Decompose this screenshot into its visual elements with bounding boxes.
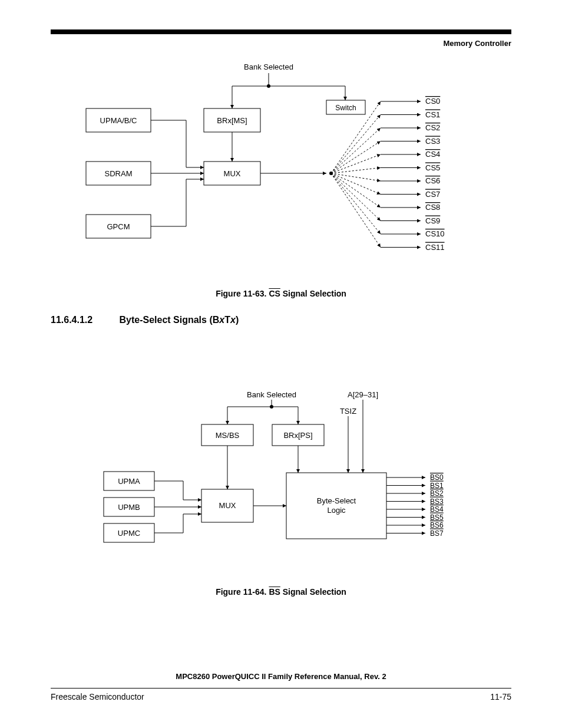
bank-selected-label: Bank Selected bbox=[244, 62, 293, 71]
svg-line-44 bbox=[331, 173, 381, 207]
section-heading: 11.6.4.1.2 Byte-Select Signals (BxTx) bbox=[51, 315, 511, 325]
cs-label: CS7 bbox=[425, 190, 440, 199]
svg-text:UPMA/B/C: UPMA/B/C bbox=[100, 116, 137, 125]
footer-rule bbox=[51, 688, 511, 689]
cs-label: CS2 bbox=[425, 123, 440, 132]
svg-text:SDRAM: SDRAM bbox=[105, 169, 133, 178]
svg-line-40 bbox=[331, 173, 381, 181]
svg-text:UPMC: UPMC bbox=[118, 529, 140, 538]
top-bar bbox=[51, 29, 511, 34]
footer-right: 11-75 bbox=[490, 692, 511, 701]
cs-label: CS6 bbox=[425, 176, 440, 185]
header-label: Memory Controller bbox=[51, 39, 511, 48]
cs-label: CS8 bbox=[425, 203, 440, 212]
svg-line-46 bbox=[331, 173, 381, 221]
svg-line-34 bbox=[331, 141, 381, 174]
cs-label: CS11 bbox=[425, 243, 445, 252]
footer-title: MPC8260 PowerQUICC II Family Reference M… bbox=[51, 672, 511, 681]
svg-line-48 bbox=[331, 173, 381, 234]
svg-text:A[29–31]: A[29–31] bbox=[348, 390, 378, 399]
svg-text:TSIZ: TSIZ bbox=[340, 407, 356, 416]
figure-64-caption: Figure 11-64. BS Signal Selection bbox=[51, 587, 511, 597]
footer: MPC8260 PowerQUICC II Family Reference M… bbox=[51, 672, 511, 701]
svg-line-30 bbox=[331, 115, 381, 174]
svg-text:MUX: MUX bbox=[224, 169, 241, 178]
figure-64: Bank Selected A[29–31] TSIZ MS/BS BRx[PS… bbox=[51, 390, 511, 597]
svg-line-32 bbox=[331, 128, 381, 173]
svg-line-50 bbox=[331, 173, 381, 248]
figure-63: Bank Selected UPMA/B/C SDRAM GPCM BRx[MS… bbox=[51, 62, 511, 298]
cs-label: CS9 bbox=[425, 216, 440, 225]
figure-63-svg: Bank Selected UPMA/B/C SDRAM GPCM BRx[MS… bbox=[51, 62, 511, 281]
svg-text:MS/BS: MS/BS bbox=[216, 431, 240, 440]
bs-label: BS5 bbox=[430, 513, 444, 522]
svg-text:BRx[MS]: BRx[MS] bbox=[217, 116, 247, 125]
spacer bbox=[51, 337, 511, 390]
bs-label: BS3 bbox=[430, 498, 444, 506]
cs-label: CS4 bbox=[425, 150, 440, 159]
bs-label: BS6 bbox=[430, 521, 444, 529]
bs-label: BS4 bbox=[430, 505, 444, 513]
svg-text:UPMB: UPMB bbox=[118, 503, 140, 512]
svg-text:Byte-Select: Byte-Select bbox=[317, 496, 356, 505]
bs-label: BS2 bbox=[430, 489, 444, 498]
svg-text:GPCM: GPCM bbox=[107, 222, 130, 231]
cs-label: CS1 bbox=[425, 110, 440, 119]
svg-text:BRx[PS]: BRx[PS] bbox=[283, 431, 312, 440]
svg-text:Bank Selected: Bank Selected bbox=[247, 390, 296, 399]
svg-text:UPMA: UPMA bbox=[118, 477, 140, 486]
footer-left: Freescale Semiconductor bbox=[51, 692, 144, 701]
bs-label: BS1 bbox=[430, 482, 444, 490]
svg-text:Logic: Logic bbox=[327, 506, 346, 515]
page: Memory Controller Bank Selected UPMA/B/C bbox=[0, 0, 562, 597]
cs-label: CS5 bbox=[425, 163, 440, 172]
bs-label: BS0 bbox=[430, 473, 444, 482]
svg-line-42 bbox=[331, 173, 381, 195]
svg-text:MUX: MUX bbox=[219, 501, 236, 510]
svg-text:Switch: Switch bbox=[335, 104, 356, 112]
cs-label: CS3 bbox=[425, 137, 440, 146]
figure-64-svg: Bank Selected A[29–31] TSIZ MS/BS BRx[PS… bbox=[51, 390, 511, 579]
cs-label: CS0 bbox=[425, 97, 440, 106]
cs-label: CS10 bbox=[425, 229, 445, 238]
figure-63-caption: Figure 11-63. CS Signal Selection bbox=[51, 289, 511, 298]
bs-label: BS7 bbox=[430, 529, 444, 538]
